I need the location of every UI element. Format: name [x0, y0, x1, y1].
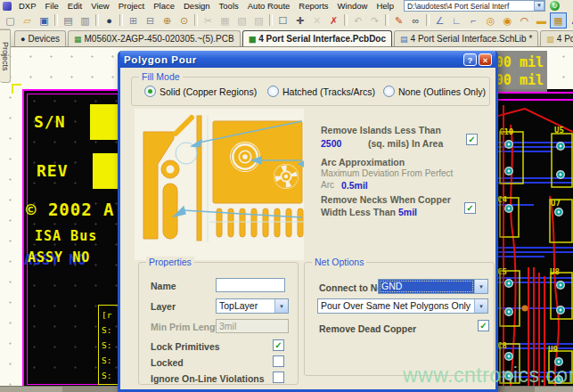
- paste-icon[interactable]: ▧: [233, 12, 250, 29]
- place-track-icon[interactable]: ∟: [448, 12, 465, 29]
- place-via-icon[interactable]: ◉: [499, 12, 516, 29]
- select-area-icon[interactable]: ☐: [274, 12, 291, 29]
- pour-over-combobox[interactable]: Pour Over Same Net Polygons Only ▼: [317, 298, 488, 314]
- redo-icon[interactable]: ↷: [366, 12, 383, 29]
- board-text-assy-no: ASSY NO: [28, 249, 90, 265]
- connect-to-net-combobox[interactable]: GND ▼: [378, 279, 488, 294]
- arc-approximation-desc: Maximum Deviation From Perfect: [321, 168, 453, 178]
- tab-4port-serial-schlib[interactable]: ▤4 Port Serial Interface.SchLib *: [394, 30, 538, 46]
- name-input[interactable]: [216, 278, 285, 292]
- paste-special-icon[interactable]: ▨: [250, 12, 267, 29]
- place-line-icon[interactable]: ∠: [431, 12, 448, 29]
- print-preview-icon[interactable]: ▥: [77, 12, 94, 29]
- remove-necks-checkbox[interactable]: ✓: [464, 202, 476, 214]
- tab-4port-uart[interactable]: ▥4 Port UART and Line Drivers.: [540, 30, 573, 46]
- radio-hatched[interactable]: Hatched (Tracks/Arcs): [267, 86, 375, 97]
- menu-place[interactable]: Place: [149, 1, 179, 11]
- radio-none[interactable]: None (Outlines Only): [383, 86, 486, 97]
- green-orb-icon[interactable]: ↻: [550, 1, 560, 11]
- place-fill-icon[interactable]: ▬: [533, 12, 550, 29]
- tab-m0560x-pcb[interactable]: ▦M0560X-2AGP-450-020305.~(5).PCB: [68, 30, 241, 46]
- dialog-body: Fill Mode Solid (Copper Regions) Hatched…: [120, 68, 495, 389]
- locked-checkbox[interactable]: [273, 355, 284, 367]
- undo-icon[interactable]: ↶: [349, 12, 366, 29]
- radio-none-icon[interactable]: [383, 86, 395, 97]
- toolbar-separator: [54, 14, 58, 26]
- radio-none-label: None (Outlines Only): [398, 86, 486, 97]
- toolbar: ▢▱▣▤▥●⊞⊟⊕⊙✂▦▧▨☐✚✕✗↶↷✎∞∠∟⌐◎◉◠▬▦A▩: [0, 12, 573, 29]
- board-text-rev: REV: [37, 161, 69, 180]
- remove-islands-checkbox[interactable]: ✓: [466, 134, 478, 145]
- ignore-violations-checkbox[interactable]: [273, 372, 284, 383]
- toolbar-separator: [269, 14, 273, 26]
- dialog-title-bar[interactable]: Polygon Pour ? ×: [120, 51, 495, 68]
- radio-solid-icon[interactable]: [144, 86, 156, 97]
- zoom-selection-icon[interactable]: ⊙: [176, 12, 192, 29]
- lock-primitives-checkbox[interactable]: ✓: [273, 339, 284, 351]
- cut-icon[interactable]: ✂: [200, 12, 217, 29]
- remove-islands-value[interactable]: 2500: [321, 138, 341, 149]
- menu-edit[interactable]: Edit: [63, 1, 86, 11]
- copy-icon[interactable]: ▦: [217, 12, 233, 29]
- toolbar-separator: [119, 14, 123, 26]
- menu-window[interactable]: Window: [333, 1, 372, 11]
- tab-devices[interactable]: ●Devices: [14, 30, 66, 46]
- arc-approximation-title: Arc Approximation: [321, 157, 405, 167]
- place-arc-icon[interactable]: ◠: [516, 12, 533, 29]
- place-keepout-icon[interactable]: ⌐: [465, 12, 482, 29]
- connect-to-net-label: Connect to Net: [319, 282, 386, 293]
- radio-solid[interactable]: Solid (Copper Regions): [144, 86, 257, 97]
- close-button[interactable]: ×: [479, 53, 492, 66]
- pcb-document-icon: ▦: [249, 35, 257, 44]
- document-path-combobox[interactable]: D:\audotest\4 Port Serial Interf ▼: [404, 0, 545, 12]
- place-string-icon[interactable]: A: [567, 12, 573, 29]
- place-pad-icon[interactable]: ◎: [482, 12, 499, 29]
- help-button[interactable]: ?: [463, 53, 477, 66]
- arc-label: Arc: [321, 180, 334, 190]
- place-polygon-pour-icon[interactable]: ▦: [550, 12, 567, 29]
- find-icon[interactable]: ∞: [407, 12, 424, 29]
- radio-hatched-icon[interactable]: [267, 86, 279, 97]
- zoom-document-icon[interactable]: ⊟: [142, 12, 159, 29]
- layer-dropdown-icon[interactable]: ▼: [274, 299, 288, 313]
- remove-necks-value[interactable]: 5mil: [398, 207, 417, 217]
- component-ref-c5: C5: [497, 267, 507, 276]
- properties-group: Properties Name Layer TopLayer ▼ Min Pri…: [138, 262, 299, 385]
- menu-dxp[interactable]: DXP: [14, 1, 41, 11]
- zoom-window-icon[interactable]: ⊞: [125, 12, 142, 29]
- layer-sphere-icon[interactable]: ●: [101, 12, 118, 29]
- dropdown-arrow-icon[interactable]: ▼: [534, 1, 544, 11]
- connect-net-dropdown-icon[interactable]: ▼: [474, 280, 487, 293]
- projects-panel-tab[interactable]: Projects: [0, 29, 11, 83]
- board-text-isa-bus: ISA Bus: [35, 228, 97, 244]
- pour-over-dropdown-icon[interactable]: ▼: [474, 299, 487, 313]
- clear-filter-icon[interactable]: ✗: [325, 12, 342, 29]
- new-document-icon[interactable]: ▢: [2, 12, 19, 29]
- layer-combobox[interactable]: TopLayer ▼: [216, 298, 289, 314]
- menu-tools[interactable]: Tools: [215, 1, 243, 11]
- remove-dead-copper-checkbox[interactable]: ✓: [478, 320, 489, 331]
- interactive-routing-icon[interactable]: ✎: [390, 12, 407, 29]
- print-icon[interactable]: ▤: [60, 12, 77, 29]
- zoom-in-icon[interactable]: ⊕: [159, 12, 176, 29]
- menu-help[interactable]: Help: [372, 1, 398, 11]
- menu-reports[interactable]: Reports: [294, 1, 332, 11]
- remove-necks-title: Remove Necks When Copper: [321, 194, 451, 205]
- move-icon[interactable]: ✚: [291, 12, 308, 29]
- menu-file[interactable]: File: [41, 1, 63, 11]
- document-path-value: D:\audotest\4 Port Serial Interf: [407, 2, 509, 11]
- save-icon[interactable]: ▣: [36, 12, 53, 29]
- menu-view[interactable]: View: [86, 1, 113, 11]
- deselect-icon[interactable]: ✕: [308, 12, 325, 29]
- toolbar-separator: [194, 14, 198, 26]
- menu-project[interactable]: Project: [114, 1, 150, 11]
- pcb-board-left: S/N REV © 2002 A ISA Bus ASSY NO [rS:S:S…: [22, 89, 133, 389]
- tab-4port-serial-pcbdoc[interactable]: ▦4 Port Serial Interface.PcbDoc: [242, 30, 392, 46]
- toolbar-separator: [344, 14, 348, 26]
- component-ref-c10: C10: [499, 127, 513, 136]
- menu-design[interactable]: Design: [179, 1, 215, 11]
- menu-auto-route[interactable]: Auto Route: [243, 1, 295, 11]
- application-window: DXPFileEditViewProjectPlaceDesignToolsAu…: [0, 0, 573, 392]
- arc-value[interactable]: 0.5mil: [341, 180, 368, 191]
- open-folder-icon[interactable]: ▱: [19, 12, 36, 29]
